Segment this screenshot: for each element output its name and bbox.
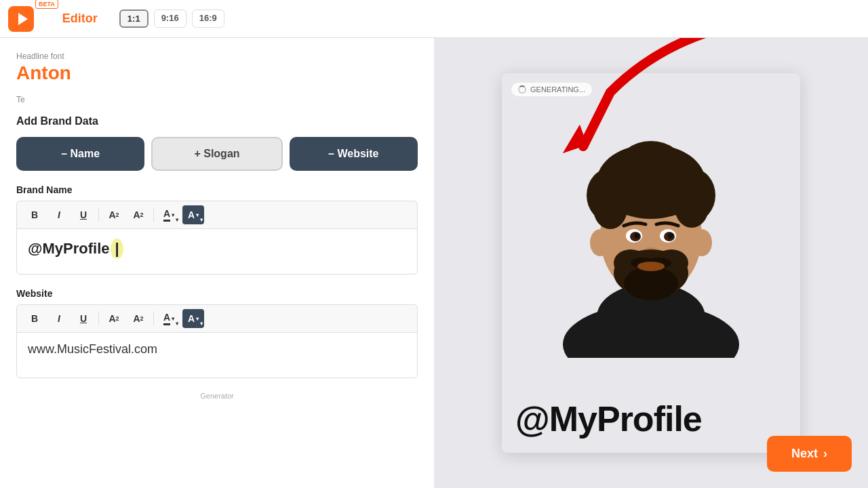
- font-color-button-website[interactable]: A ▾: [158, 309, 180, 328]
- beta-badge: BETA: [35, 0, 58, 9]
- next-button[interactable]: Next ›: [767, 436, 852, 472]
- toolbar-separator-4: [153, 312, 154, 325]
- toolbar-separator-3: [98, 312, 99, 325]
- website-input[interactable]: www.MusicFestival.com: [16, 332, 418, 378]
- svg-point-33: [692, 229, 712, 256]
- underline-button-website[interactable]: U: [73, 309, 94, 328]
- superscript-button-name[interactable]: A2: [103, 205, 125, 224]
- font-highlight-button-name[interactable]: A ▾: [182, 205, 204, 224]
- text-small-label: Te: [16, 95, 418, 104]
- superscript-button-website[interactable]: A2: [103, 309, 125, 328]
- next-arrow-icon: ›: [823, 447, 827, 461]
- generating-badge: GENERATING...: [511, 83, 592, 96]
- bold-button-name[interactable]: B: [24, 205, 45, 224]
- toolbar-separator-2: [153, 208, 154, 222]
- italic-button-website[interactable]: I: [48, 309, 70, 328]
- font-color-button-name[interactable]: A ▾: [158, 205, 180, 224]
- main-content: Headline font Anton Te Add Brand Data – …: [0, 38, 868, 488]
- ratio-9-16-button[interactable]: 9:16: [154, 9, 186, 28]
- svg-point-21: [668, 233, 673, 239]
- italic-button-name[interactable]: I: [48, 205, 70, 224]
- svg-point-20: [634, 233, 639, 239]
- svg-point-28: [624, 266, 678, 300]
- generating-text: GENERATING...: [530, 85, 585, 94]
- website-text: www.MusicFestival.com: [28, 342, 157, 356]
- subscript-button-website[interactable]: A2: [127, 309, 149, 328]
- toolbar-separator-1: [98, 208, 99, 222]
- name-button[interactable]: – Name: [16, 137, 144, 171]
- left-panel: Headline font Anton Te Add Brand Data – …: [0, 38, 434, 488]
- website-format-toolbar: B I U A2 A2 A ▾ A ▾: [16, 304, 418, 332]
- right-panel: GENERATING...: [434, 38, 868, 488]
- next-label: Next: [791, 447, 818, 461]
- brand-name-input[interactable]: @MyProfile|: [16, 228, 418, 274]
- preview-profile-name: @MyProfile: [515, 399, 787, 439]
- subscript-button-name[interactable]: A2: [127, 205, 149, 224]
- loading-spinner: [518, 85, 526, 94]
- website-button[interactable]: – Website: [290, 137, 418, 171]
- preview-card: GENERATING...: [502, 73, 800, 453]
- svg-point-32: [590, 229, 610, 256]
- add-brand-data-title: Add Brand Data: [16, 115, 418, 127]
- brand-name-format-toolbar: B I U A2 A2 A ▾ A ▾: [16, 201, 418, 228]
- font-highlight-button-website[interactable]: A ▾: [182, 309, 204, 328]
- svg-point-14: [593, 188, 627, 229]
- ratio-1-1-button[interactable]: 1:1: [119, 9, 149, 28]
- svg-point-31: [637, 262, 665, 271]
- svg-point-15: [675, 187, 709, 228]
- ratio-16-9-button[interactable]: 16:9: [192, 9, 224, 28]
- website-label: Website: [16, 288, 418, 299]
- brand-data-buttons: – Name + Slogan – Website: [16, 137, 418, 171]
- cursor-highlight: |: [111, 239, 123, 259]
- bold-button-website[interactable]: B: [24, 309, 45, 328]
- generator-label: Generator: [16, 392, 418, 400]
- brand-name-text: @MyProfile: [28, 240, 109, 257]
- slogan-button[interactable]: + Slogan: [151, 137, 282, 171]
- svg-point-13: [617, 141, 685, 195]
- top-bar: BETA Editor 1:1 9:16 16:9: [0, 0, 868, 38]
- headline-font-label: Headline font: [16, 52, 418, 61]
- underline-button-name[interactable]: U: [73, 205, 94, 224]
- logo-icon: [8, 6, 34, 32]
- brand-name-label: Brand Name: [16, 184, 418, 195]
- logo-area: BETA Editor: [8, 6, 98, 32]
- headline-font-value: Anton: [16, 62, 418, 84]
- app-title: Editor: [62, 12, 98, 26]
- person-image: [542, 100, 760, 358]
